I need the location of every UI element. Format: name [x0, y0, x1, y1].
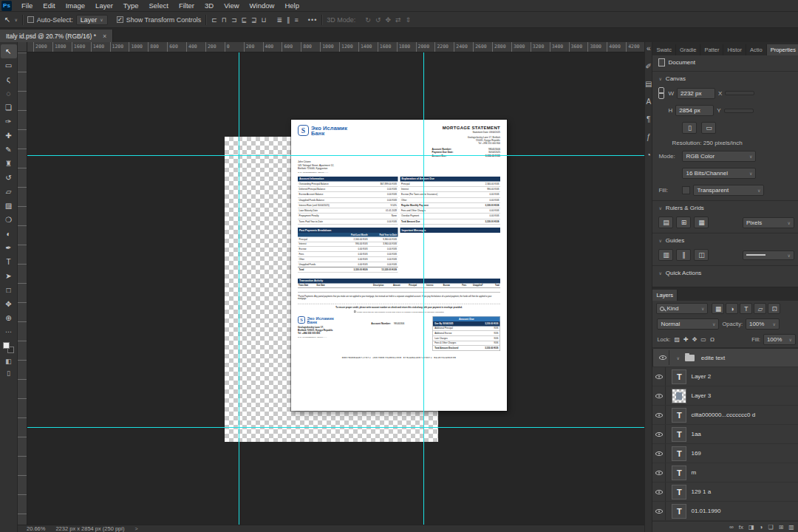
bit-depth-dropdown[interactable]: 16 Bits/Channel ∨ [682, 168, 756, 179]
menu-view[interactable]: View [219, 0, 244, 12]
layer-row-group[interactable]: ∨ edite text [652, 348, 798, 367]
distribute-vertical-icon[interactable]: ∥ [286, 16, 291, 24]
align-horizontal-centers-icon[interactable]: ⊓ [221, 16, 228, 24]
adjustment-layer-icon[interactable]: ◑ [760, 524, 763, 531]
menu-layer[interactable]: Layer [90, 0, 118, 12]
3d-pan-icon[interactable]: ✥ [384, 16, 392, 24]
visibility-toggle[interactable] [652, 463, 666, 482]
landscape-icon[interactable]: ▭ [701, 122, 716, 134]
canvas-workspace[interactable]: 2000180016001400120010008006004002000200… [18, 42, 644, 532]
visibility-toggle[interactable] [652, 444, 666, 463]
pen-tool[interactable]: ✒ [1, 241, 17, 255]
align-right-edges-icon[interactable]: ⊐ [231, 16, 238, 24]
clone-stamp-tool[interactable]: ♜ [1, 157, 17, 171]
lock-position-icon[interactable]: ✥ [692, 336, 698, 343]
fill-swatch[interactable] [682, 186, 690, 194]
lasso-tool[interactable]: ς [1, 72, 17, 86]
horizontal-ruler[interactable]: 2000180016001400120010008006004002000200… [27, 42, 644, 52]
filter-type-layers-icon[interactable]: T [740, 303, 752, 314]
document-tab[interactable]: Italy id.psd @ 20.7% (RGB/16) * × [0, 30, 113, 42]
path-selection-tool[interactable]: ➤ [1, 269, 17, 283]
menu-filter[interactable]: Filter [174, 0, 200, 12]
link-dimensions-icon[interactable] [658, 87, 664, 99]
layer-fill-dropdown[interactable]: 100% ∨ [763, 334, 796, 345]
3d-scale-icon[interactable]: ⇕ [405, 16, 412, 24]
channels-panel-icon[interactable]: ▤ [645, 80, 652, 88]
tab-swatches[interactable]: Swatc [652, 44, 675, 55]
rectangular-marquee-tool[interactable]: ▭ [1, 58, 17, 72]
rulers-grids-section-header[interactable]: ∨ Rulers & Grids [652, 200, 798, 214]
filter-adjustment-layers-icon[interactable]: ◑ [726, 303, 738, 314]
clear-guides-icon[interactable]: ◫ [694, 249, 709, 261]
zoom-level[interactable]: 20.66% [27, 525, 45, 532]
3d-slide-icon[interactable]: ⇄ [395, 16, 402, 24]
foreground-color-swatch[interactable] [3, 342, 10, 349]
lock-pixels-icon[interactable]: ✚ [683, 336, 689, 343]
edit-toolbar-icon[interactable]: ⋯ [5, 328, 12, 335]
timeline-panel-icon[interactable]: ◔ [647, 151, 651, 159]
fill-dropdown[interactable]: Transparent ∨ [693, 185, 764, 196]
horizontal-guide[interactable] [27, 155, 644, 156]
move-tool-icon[interactable]: ↖ [4, 16, 10, 24]
tab-actions[interactable]: Actio [746, 44, 767, 55]
color-mode-dropdown[interactable]: RGB Color ∨ [682, 151, 756, 162]
horizontal-guide[interactable] [27, 427, 644, 428]
blend-mode-dropdown[interactable]: Normal ∨ [657, 318, 719, 330]
vertical-guide[interactable] [423, 52, 424, 525]
units-dropdown[interactable]: Pixels ∨ [743, 217, 794, 228]
filter-shape-layers-icon[interactable]: ▱ [754, 303, 766, 314]
canvas-width-field[interactable]: 2232 px [677, 88, 715, 99]
tab-layers[interactable]: Layers [652, 290, 678, 301]
close-tab-icon[interactable]: × [103, 33, 106, 40]
3d-rotate-icon[interactable]: ↻ [364, 16, 372, 24]
brush-tool[interactable]: ✎ [1, 143, 17, 157]
gradient-tool[interactable]: ▨ [1, 199, 17, 213]
menu-window[interactable]: Window [245, 0, 280, 12]
quick-actions-section-header[interactable]: ∨ Quick Actions [652, 265, 798, 279]
character-panel-icon[interactable]: A [646, 98, 651, 106]
quick-mask-icon[interactable]: ◧ [5, 358, 12, 365]
menu-3d[interactable]: 3D [200, 0, 219, 12]
quick-selection-tool[interactable]: ◌ [1, 86, 17, 100]
eyedropper-tool[interactable]: ✑ [1, 115, 17, 129]
brushes-panel-icon[interactable]: ✐ [646, 62, 652, 70]
align-vertical-centers-icon[interactable]: ⊒ [250, 16, 258, 24]
3d-roll-icon[interactable]: ↺ [375, 16, 382, 24]
zoom-tool[interactable]: ⊕ [1, 311, 17, 325]
visibility-toggle[interactable] [652, 386, 666, 405]
dodge-tool[interactable]: ◐ [1, 227, 17, 241]
canvas-x-field[interactable] [725, 91, 754, 95]
hand-tool[interactable]: ✥ [1, 297, 17, 311]
toggle-rulers-icon[interactable]: ▤ [658, 216, 673, 228]
collapse-panels-icon[interactable]: « [647, 44, 651, 52]
eraser-tool[interactable]: ▱ [1, 185, 17, 199]
visibility-toggle[interactable] [656, 350, 669, 365]
lock-all-icon[interactable]: Ω [709, 336, 715, 343]
visibility-toggle[interactable] [652, 502, 666, 520]
opacity-dropdown[interactable]: 100% ∨ [746, 318, 780, 330]
lock-artboard-icon[interactable]: ▭ [700, 336, 707, 343]
guides-section-header[interactable]: ∨ Guides [652, 233, 798, 246]
layer-effects-icon[interactable]: fx [739, 524, 743, 531]
menu-help[interactable]: Help [279, 0, 304, 12]
layer-row[interactable]: Layer 3 [652, 386, 798, 406]
tab-history[interactable]: Histor [723, 44, 746, 55]
status-menu-icon[interactable]: > [134, 526, 137, 531]
blur-tool[interactable]: ❍ [1, 213, 17, 227]
menu-image[interactable]: Image [61, 0, 90, 12]
lock-transparency-icon[interactable]: ▨ [673, 336, 681, 343]
menu-select[interactable]: Select [143, 0, 173, 12]
new-group-icon[interactable]: ❏ [768, 524, 773, 531]
layer-row[interactable]: T 169 [652, 444, 798, 463]
visibility-toggle[interactable] [652, 367, 666, 386]
layer-filter-dropdown[interactable]: Kind ∨ [656, 303, 708, 314]
crop-tool[interactable]: ❏ [1, 100, 17, 115]
vertical-guide[interactable] [239, 52, 239, 525]
filter-pixel-layers-icon[interactable]: ▦ [712, 303, 724, 314]
group-expander-icon[interactable]: ∨ [676, 355, 679, 361]
add-layer-mask-icon[interactable]: ◨ [748, 524, 754, 531]
visibility-toggle[interactable] [652, 406, 666, 424]
align-bottom-edges-icon[interactable]: ⊔ [261, 16, 267, 24]
lock-guides-icon[interactable]: ∥ [676, 249, 691, 261]
tab-gradients[interactable]: Gradie [676, 44, 701, 55]
